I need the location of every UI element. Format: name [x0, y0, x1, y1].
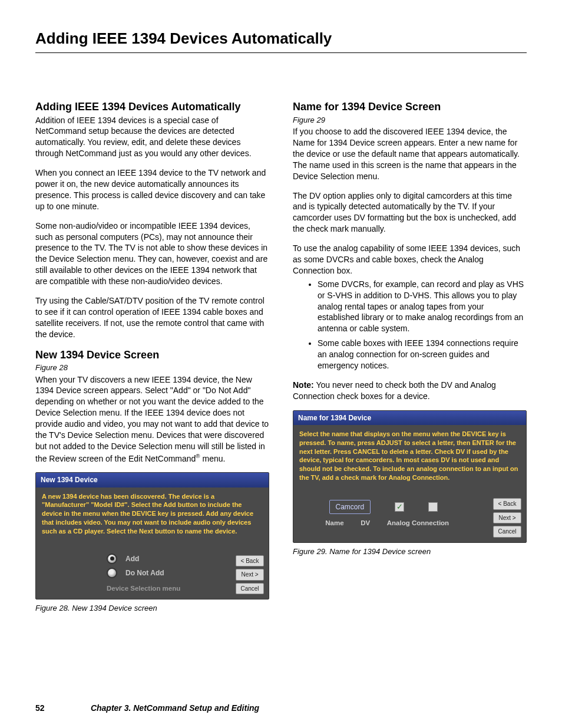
para: Try using the Cable/SAT/DTV position of …	[35, 295, 269, 340]
para: The DV option applies only to digital ca…	[293, 190, 527, 235]
para: If you choose to add the discovered IEEE…	[293, 126, 527, 182]
para: Some non-audio/video or incompatible IEE…	[35, 220, 269, 287]
note: Note: You never need to check both the D…	[293, 380, 527, 402]
figure-ref-29: Figure 29	[293, 115, 527, 126]
dv-label: DV	[361, 519, 370, 528]
list-item: Some DVCRs, for example, can record and …	[318, 279, 527, 334]
right-column: Name for 1394 Device Screen Figure 29 If…	[293, 100, 527, 614]
dialog-instructions: Select the name that displays on the men…	[299, 430, 520, 482]
name-input[interactable]: Camcord	[329, 500, 371, 514]
back-button[interactable]: < Back	[493, 498, 521, 510]
radio-do-not-add-label: Do Not Add	[125, 568, 164, 578]
figure-29-caption: Figure 29. Name for 1394 Device screen	[293, 546, 527, 557]
registered-mark: ®	[196, 453, 200, 459]
para: Addition of IEEE 1394 devices is a speci…	[35, 115, 269, 160]
heading-adding-devices: Adding IEEE 1394 Devices Automatically	[35, 100, 269, 114]
radio-add-label: Add	[125, 554, 139, 564]
para: When your TV discovers a new IEEE 1394 d…	[35, 374, 269, 465]
page-title: Adding IEEE 1394 Devices Automatically	[35, 29, 527, 53]
heading-name-for-1394-device-screen: Name for 1394 Device Screen	[293, 100, 527, 114]
note-text: You never need to check both the DV and …	[293, 380, 496, 401]
para: When you connect an IEEE 1394 device to …	[35, 167, 269, 212]
cancel-button[interactable]: Cancel	[236, 583, 264, 595]
dialog-title: Name for 1394 Device	[293, 411, 526, 425]
analog-connection-checkbox[interactable]	[428, 502, 438, 512]
dialog-instructions: A new 1394 device has been discovered. T…	[42, 492, 263, 536]
cancel-button[interactable]: Cancel	[493, 526, 521, 538]
dv-checkbox[interactable]: ✓	[395, 502, 404, 512]
para-text: menu.	[200, 453, 226, 463]
page-number: 52	[35, 703, 88, 713]
dialog-title: New 1394 Device	[36, 473, 269, 487]
next-button[interactable]: Next >	[236, 569, 264, 581]
list-item: Some cable boxes with IEEE 1394 connecti…	[318, 338, 527, 371]
para-text: When your TV discovers a new IEEE 1394 d…	[35, 375, 269, 463]
left-column: Adding IEEE 1394 Devices Automatically A…	[35, 100, 269, 614]
back-button[interactable]: < Back	[236, 555, 264, 567]
name-label: Name	[325, 519, 343, 528]
radio-do-not-add[interactable]	[107, 568, 117, 578]
chapter-title: Chapter 3. NetCommand Setup and Editing	[91, 703, 259, 713]
next-button[interactable]: Next >	[493, 512, 521, 524]
radio-add[interactable]	[107, 554, 117, 564]
figure-28-caption: Figure 28. New 1394 Device screen	[35, 603, 269, 614]
figure-28-screenshot: New 1394 Device A new 1394 device has be…	[35, 472, 269, 599]
page-footer: 52 Chapter 3. NetCommand Setup and Editi…	[35, 703, 527, 713]
analog-connection-label: Analog Connection	[387, 519, 449, 528]
figure-29-screenshot: Name for 1394 Device Select the name tha…	[293, 410, 527, 543]
heading-new-1394-device-screen: New 1394 Device Screen	[35, 348, 269, 362]
note-label: Note:	[293, 380, 314, 390]
para: To use the analog capability of some IEE…	[293, 243, 527, 276]
figure-ref-28: Figure 28	[35, 363, 269, 373]
